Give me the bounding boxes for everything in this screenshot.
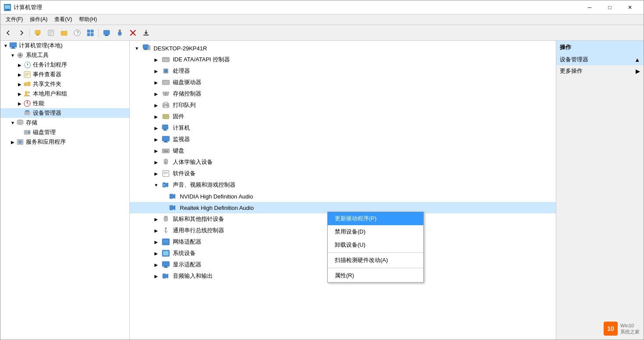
root-expand-arrow: ▼	[2, 43, 9, 48]
download-button[interactable]	[140, 27, 152, 39]
network-icon	[161, 237, 170, 246]
up-button[interactable]	[32, 27, 44, 39]
keyboard-label: 键盘	[173, 147, 184, 155]
svg-rect-66	[162, 57, 169, 62]
tree-performance[interactable]: ▶ 性能	[0, 99, 129, 108]
ide-label: IDE ATA/ATAPI 控制器	[173, 56, 230, 64]
processor-label: 处理器	[173, 67, 190, 75]
device-ide[interactable]: ▶ IDE ATA/ATAPI 控制器	[130, 54, 556, 65]
minimize-button[interactable]: ─	[580, 0, 600, 14]
perf-expand: ▶	[16, 101, 23, 106]
device-disk[interactable]: ▶ 磁盘驱动器	[130, 77, 556, 88]
close-button[interactable]: ✕	[620, 0, 640, 14]
tree-shared-folder[interactable]: ▶ 共享文件夹	[0, 79, 129, 89]
root-collapse-arrow: ▼	[133, 46, 140, 51]
device-nvidia-audio[interactable]: NVIDIA High Definition Audio	[130, 191, 556, 202]
tree-sys-tools[interactable]: ▼ 系统工具	[0, 50, 129, 60]
app-icon	[4, 4, 11, 11]
ctx-update-driver[interactable]: 更新驱动程序(P)	[328, 212, 423, 225]
tree-device-manager[interactable]: 设备管理器	[0, 108, 129, 118]
device-monitor[interactable]: ▶ 监视器	[130, 134, 556, 145]
window-title: 计算机管理	[14, 4, 42, 11]
tree-root[interactable]: ▼ 计算机管理(本地)	[0, 41, 129, 50]
monitor-button[interactable]	[100, 27, 113, 39]
tree-services-label: 服务和应用程序	[26, 138, 66, 146]
sys-tools-icon	[16, 51, 24, 59]
svg-point-97	[163, 184, 165, 186]
menu-action[interactable]: 操作(A)	[26, 15, 51, 24]
delete-button[interactable]	[127, 27, 139, 39]
svg-rect-81	[163, 130, 167, 131]
device-print[interactable]: ▶ 打印队列	[130, 99, 556, 111]
human-input-label: 人体学输入设备	[173, 158, 213, 166]
svg-rect-114	[163, 274, 166, 278]
svg-point-72	[165, 93, 167, 95]
svg-rect-90	[164, 151, 168, 152]
svg-rect-69	[165, 70, 167, 72]
tree-task-scheduler[interactable]: ▶ 🕐 任务计划程序	[0, 60, 129, 70]
tree-services[interactable]: ▶ 服务和应用程序	[0, 137, 129, 147]
monitor-icon	[161, 135, 170, 144]
back-button[interactable]	[2, 27, 14, 39]
processor-icon	[161, 67, 170, 75]
menu-help[interactable]: 帮助(H)	[75, 15, 100, 24]
device-processor[interactable]: ▶ 处理器	[130, 65, 556, 77]
tree-sys-tools-label: 系统工具	[26, 51, 49, 59]
monitor-label: 监视器	[173, 135, 190, 143]
watermark-text: Win10 系统之家	[620, 322, 640, 335]
event-icon	[23, 71, 31, 78]
device-root-label: DESKTOP-29KP41R	[154, 45, 207, 52]
device-keyboard[interactable]: ▶ 键盘	[130, 145, 556, 156]
right-more-actions[interactable]: 更多操作 ▶	[556, 65, 644, 77]
svg-rect-1	[6, 9, 9, 10]
menu-file[interactable]: 文件(F)	[2, 15, 26, 24]
view-button[interactable]	[84, 27, 97, 39]
svg-point-102	[165, 227, 167, 229]
device-computer[interactable]: ▶ 计算机	[130, 122, 556, 134]
ctx-scan-hardware[interactable]: 扫描检测硬件改动(A)	[328, 254, 423, 267]
ctx-disable-device[interactable]: 禁用设备(D)	[328, 225, 423, 238]
device-storage-ctrl[interactable]: ▶ 存储控制器	[130, 88, 556, 99]
human-input-icon	[161, 158, 170, 166]
device-human-input[interactable]: ▶ 人体学输入设备	[130, 156, 556, 168]
display-icon	[161, 260, 170, 269]
services-expand: ▶	[9, 140, 16, 145]
main-window: 计算机管理 ─ □ ✕ 文件(F) 操作(A) 查看(V) 帮助(H)	[0, 0, 644, 340]
svg-rect-25	[10, 42, 17, 47]
folder-button[interactable]	[58, 27, 70, 39]
network-label: 网络适配器	[173, 238, 201, 246]
svg-rect-27	[11, 48, 16, 49]
system-label: 系统设备	[173, 249, 196, 257]
maximize-button[interactable]: □	[600, 0, 620, 14]
plug-button[interactable]	[114, 27, 126, 39]
svg-rect-85	[162, 149, 169, 153]
forward-button[interactable]	[15, 27, 28, 39]
tree-users-label: 本地用户和组	[33, 90, 67, 98]
svg-rect-86	[163, 150, 164, 151]
tree-event-viewer[interactable]: ▶ 事件查看器	[0, 70, 129, 79]
task-expand: ▶	[16, 63, 23, 67]
ctx-uninstall-device[interactable]: 卸载设备(U)	[328, 238, 423, 251]
tree-storage[interactable]: ▼ 存储	[0, 118, 129, 128]
usb-icon	[161, 226, 170, 235]
svg-rect-84	[164, 142, 168, 142]
keyboard-icon	[161, 146, 170, 155]
ctx-properties[interactable]: 属性(R)	[328, 269, 423, 282]
svg-rect-75	[164, 106, 168, 108]
device-software[interactable]: ▶ 软件设备	[130, 168, 556, 179]
svg-rect-20	[119, 30, 121, 32]
svg-rect-16	[91, 33, 93, 36]
device-sound-video[interactable]: ▼ 声音、视频和游戏控制器	[130, 179, 556, 191]
device-firmware[interactable]: ▶ 固件	[130, 111, 556, 122]
menu-view[interactable]: 查看(V)	[51, 15, 75, 24]
device-root[interactable]: ▼ DESKTOP-29KP41R	[130, 42, 556, 54]
right-device-manager-action[interactable]: 设备管理器 ▲	[556, 54, 644, 65]
svg-point-42	[28, 92, 30, 93]
help-button[interactable]: ?	[71, 27, 83, 39]
svg-rect-112	[165, 266, 167, 267]
properties-button[interactable]	[45, 27, 57, 39]
tree-disk-management[interactable]: 磁盘管理	[0, 128, 129, 137]
svg-point-61	[20, 142, 21, 142]
tree-local-users[interactable]: ▶ 本地用户和组	[0, 89, 129, 99]
usb-label: 通用串行总线控制器	[173, 227, 224, 234]
